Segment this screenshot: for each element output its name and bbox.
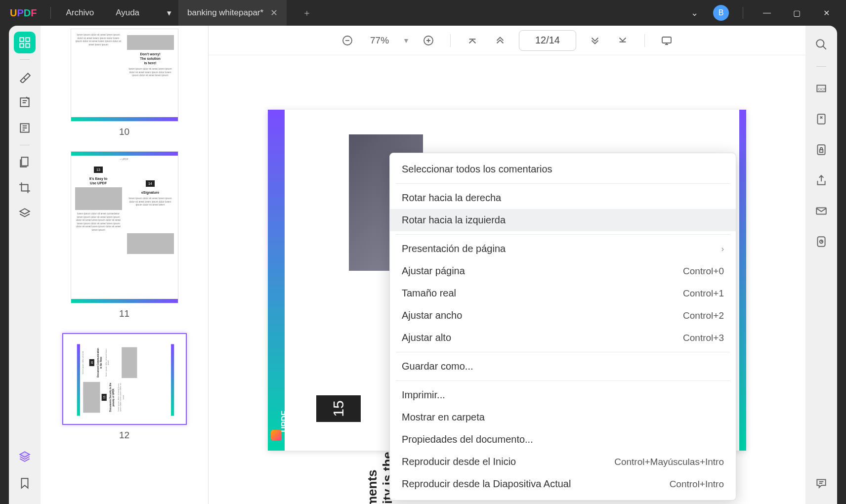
cm-show-in-folder[interactable]: Mostrar en carpeta xyxy=(390,406,736,428)
thumb-10[interactable]: lorem ipsum dolor sit amet lorem ipsum d… xyxy=(55,29,193,137)
tab-active[interactable]: banking whitepapar* ✕ xyxy=(178,0,287,26)
svg-rect-13 xyxy=(817,114,825,124)
svg-rect-4 xyxy=(20,98,29,106)
tab-dropdown[interactable]: ▾ xyxy=(160,0,178,26)
right-tools: OCR xyxy=(805,26,837,504)
separator xyxy=(396,380,730,381)
cm-fit-height[interactable]: Ajustar alto Control+3 xyxy=(390,327,736,349)
tabs: ▾ banking whitepapar* ✕ ＋ xyxy=(160,0,320,26)
separator xyxy=(20,145,30,145)
page-manage-tool[interactable] xyxy=(14,151,36,173)
plus-icon: ＋ xyxy=(302,7,311,19)
gradient-bar: UPDF xyxy=(268,110,285,451)
svg-rect-9 xyxy=(662,37,671,43)
layers-icon xyxy=(18,207,31,220)
protect-button[interactable] xyxy=(810,139,832,161)
thumb-image: lorem ipsum dolor sit amet lorem ipsum d… xyxy=(71,29,178,122)
separator xyxy=(644,34,645,47)
presentation-icon xyxy=(661,35,673,46)
save-button[interactable] xyxy=(810,231,832,252)
bookmark-tool[interactable] xyxy=(14,472,36,494)
prev-page-button[interactable] xyxy=(491,32,509,49)
cm-print[interactable]: Imprimir... xyxy=(390,384,736,406)
svg-rect-0 xyxy=(20,38,24,42)
title-bar: UPDF Archivo Ayuda ▾ banking whitepapar*… xyxy=(0,0,846,26)
page-input[interactable]: 12 / 14 xyxy=(519,30,576,51)
close-button[interactable]: ✕ xyxy=(816,8,836,18)
last-page-button[interactable] xyxy=(614,32,632,49)
zoom-dropdown[interactable]: ▼ xyxy=(403,37,410,44)
left-tools xyxy=(9,26,41,504)
text-tool[interactable] xyxy=(14,117,36,139)
title-chevron-icon[interactable]: ⌄ xyxy=(686,7,703,18)
svg-rect-2 xyxy=(20,43,24,47)
menu-ayuda[interactable]: Ayuda xyxy=(105,8,150,18)
divider xyxy=(743,7,743,19)
avatar[interactable]: B xyxy=(713,5,729,21)
mail-icon xyxy=(815,205,828,217)
search-button[interactable] xyxy=(810,34,832,55)
last-page-icon xyxy=(617,35,628,46)
cm-select-all-comments[interactable]: Seleccionar todos los comentarios xyxy=(390,158,736,180)
svg-text:OCR: OCR xyxy=(818,87,827,91)
svg-point-10 xyxy=(816,40,824,47)
ocr-button[interactable]: OCR xyxy=(810,78,832,99)
cm-fit-page[interactable]: Ajustar página Control+0 xyxy=(390,260,736,282)
close-icon[interactable]: ✕ xyxy=(270,7,278,18)
first-page-icon xyxy=(467,35,478,46)
cm-doc-properties[interactable]: Propiedades del documento... xyxy=(390,428,736,451)
svg-rect-3 xyxy=(26,43,30,47)
stack-tool[interactable] xyxy=(14,446,36,467)
cm-rotate-left[interactable]: Rotar hacia la izquierda xyxy=(390,209,736,231)
thumb-heading: Don't worry! The solution is here! xyxy=(127,52,174,65)
thumb-number: 10 xyxy=(55,126,193,137)
main-area: lorem ipsum dolor sit amet lorem ipsum d… xyxy=(9,26,837,504)
share-button[interactable] xyxy=(810,169,832,191)
layers-tool[interactable] xyxy=(14,203,36,224)
thumb-12[interactable]: 15 Documents Security is the priority of… xyxy=(55,333,193,441)
pages-icon xyxy=(18,156,31,168)
context-menu: Seleccionar todos los comentarios Rotar … xyxy=(389,153,736,501)
cm-rotate-right[interactable]: Rotar hacia la derecha xyxy=(390,187,736,209)
prev-page-icon xyxy=(495,35,506,46)
cm-play-from-current[interactable]: Reproducir desde la Diapositiva Actual C… xyxy=(390,473,736,495)
thumbnails-tool[interactable] xyxy=(14,32,36,53)
viewer-toolbar: 77% ▼ 12 / 14 xyxy=(209,26,805,55)
menu-archivo[interactable]: Archivo xyxy=(55,8,105,18)
crop-tool[interactable] xyxy=(14,177,36,199)
email-button[interactable] xyxy=(810,200,832,222)
cm-fit-width[interactable]: Ajustar ancho Control+2 xyxy=(390,304,736,327)
thumbnail-icon xyxy=(18,36,31,49)
highlighter-icon xyxy=(18,70,31,83)
separator xyxy=(450,34,451,47)
zoom-in-button[interactable] xyxy=(420,32,437,49)
cm-page-layout[interactable]: Presentación de página › xyxy=(390,238,736,260)
save-icon xyxy=(815,235,828,248)
separator xyxy=(396,234,730,235)
section-badge: 15 xyxy=(316,395,361,422)
share-icon xyxy=(815,174,828,187)
cm-save-as[interactable]: Guardar como... xyxy=(390,355,736,378)
presentation-button[interactable] xyxy=(658,32,676,49)
cm-play-from-start[interactable]: Reproducir desde el Inicio Control+Mayús… xyxy=(390,451,736,473)
minimize-button[interactable]: — xyxy=(757,8,777,17)
comment-button[interactable] xyxy=(810,472,832,494)
annotation-tool[interactable] xyxy=(14,91,36,113)
thumb-11[interactable]: ▪ UPDF 13 It's Easy to Use UPDF lorem ip… xyxy=(55,151,193,319)
first-page-button[interactable] xyxy=(464,32,481,49)
maximize-button[interactable]: ▢ xyxy=(787,8,806,18)
highlighter-tool[interactable] xyxy=(14,66,36,87)
separator xyxy=(816,66,826,67)
svg-rect-1 xyxy=(26,38,30,42)
zoom-out-button[interactable] xyxy=(338,32,356,49)
thumb-number: 12 xyxy=(55,430,193,441)
chevron-down-icon: ▾ xyxy=(167,8,171,18)
comment-icon xyxy=(815,477,828,490)
compress-button[interactable] xyxy=(810,108,832,130)
thumbnail-panel[interactable]: lorem ipsum dolor sit amet lorem ipsum d… xyxy=(41,26,209,504)
annotation-icon xyxy=(18,96,31,109)
cm-actual-size[interactable]: Tamaño real Control+1 xyxy=(390,282,736,304)
tab-add[interactable]: ＋ xyxy=(287,0,320,26)
divider xyxy=(50,7,51,19)
next-page-button[interactable] xyxy=(586,32,604,49)
